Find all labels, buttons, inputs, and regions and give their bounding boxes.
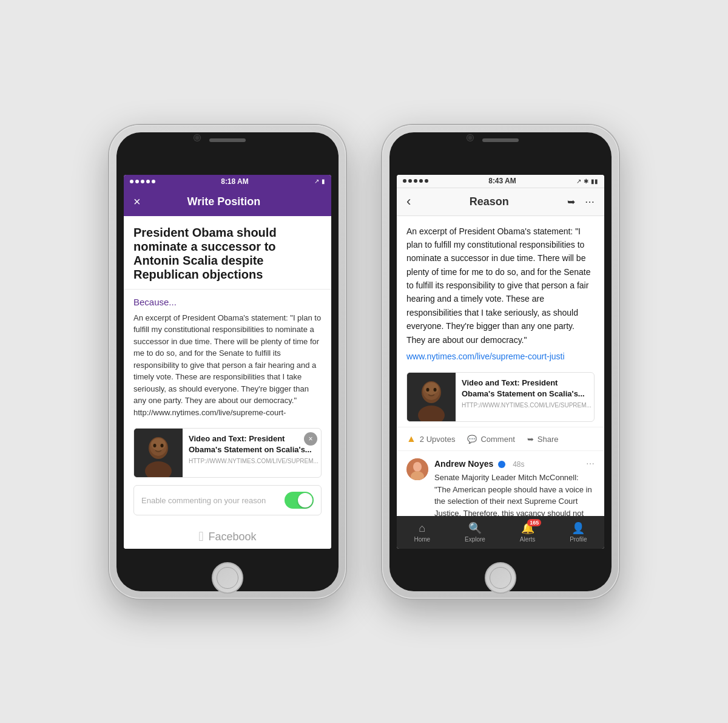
verified-badge (498, 461, 505, 468)
home-button-left[interactable] (212, 562, 243, 594)
status-bar-left: 8:18 AM ↗ ▮ (124, 175, 331, 188)
rdot4 (419, 179, 423, 183)
nav-bar-right: ‹ Reason ➥ ⋯ (397, 188, 604, 216)
close-button-left[interactable]: × (133, 195, 141, 209)
explore-icon: 🔍 (468, 521, 482, 535)
status-bar-right: 8:43 AM ↗ ✱ ▮▮ (397, 175, 604, 188)
nav-title-left: Write Position (187, 195, 261, 208)
nav-actions-right: ➥ ⋯ (567, 196, 595, 208)
back-button-right[interactable]: ‹ (406, 194, 411, 209)
share-nav-icon[interactable]: ➥ (567, 196, 575, 208)
home-button-right[interactable] (485, 562, 516, 594)
phone-camera-right (467, 135, 473, 141)
profile-label: Profile (570, 536, 587, 543)
svg-point-11 (424, 382, 439, 395)
reason-text-left: An excerpt of President Obama's statemen… (124, 310, 331, 424)
facebook-row[interactable]:  Facebook (124, 523, 331, 549)
battery-icon-left: ▮ (322, 178, 325, 185)
status-icons-left: ↗ ▮ (314, 178, 325, 185)
comment-icon: 💬 (467, 435, 477, 444)
share-item[interactable]: ➥ Share (527, 435, 559, 444)
home-icon: ⌂ (419, 522, 425, 535)
phone-camera-left (194, 135, 200, 141)
signal-dots-left (130, 180, 155, 183)
upvotes-item[interactable]: ▲ 2 Upvotes (406, 433, 455, 444)
link-card-body-right: Video and Text: President Obama's Statem… (456, 373, 595, 421)
rdot3 (414, 179, 417, 183)
alerts-badge: 165 (527, 519, 541, 526)
nav-alerts[interactable]: 🔔 165 Alerts (520, 521, 536, 543)
status-time-left: 8:18 AM (221, 177, 249, 186)
comment-toggle-switch[interactable] (285, 492, 314, 509)
share-label: Share (538, 435, 559, 444)
location-icon-right: ↗ (576, 178, 581, 185)
comment-row: Andrew Noyes 48s ⋯ Senate Majority Leade… (406, 458, 595, 515)
phone-screen-right: 8:43 AM ↗ ✱ ▮▮ ‹ Reason ➥ ⋯ An excerpt o… (389, 132, 612, 591)
dot5 (152, 180, 155, 183)
comment-section: Andrew Noyes 48s ⋯ Senate Majority Leade… (397, 451, 604, 515)
upvote-icon: ▲ (406, 433, 416, 444)
phone-speaker-left (209, 138, 246, 142)
svg-point-13 (434, 388, 437, 392)
rdot5 (425, 179, 428, 183)
comment-time: 48s (513, 460, 524, 469)
bluetooth-icon-left: ↗ (314, 178, 319, 185)
link-card-image-left (134, 429, 183, 477)
link-url-right: HTTP://WWW.NYTIMES.COM/LIVE/SUPREM... (462, 402, 592, 409)
home-button-ring-right (490, 567, 511, 589)
comment-text: Senate Majority Leader Mitch McConnell: … (434, 472, 595, 515)
nav-home[interactable]: ⌂ Home (414, 522, 430, 543)
link-card-body-left: Video and Text: President Obama's Statem… (183, 429, 322, 477)
more-nav-icon[interactable]: ⋯ (585, 196, 595, 208)
obama-image-left (134, 429, 183, 477)
rdot1 (403, 179, 406, 183)
upvotes-label: 2 Upvotes (420, 435, 456, 444)
comment-label: Comment (480, 435, 514, 444)
commenter-avatar (406, 458, 428, 480)
right-screen: 8:43 AM ↗ ✱ ▮▮ ‹ Reason ➥ ⋯ An excerpt o… (397, 175, 604, 549)
link-card-right[interactable]: Video and Text: President Obama's Statem… (406, 372, 595, 422)
nav-explore[interactable]: 🔍 Explore (465, 521, 485, 543)
home-label: Home (414, 536, 430, 543)
reason-link[interactable]: www.nytimes.com/live/supreme-court-justi (397, 351, 604, 367)
share-icon: ➥ (527, 435, 534, 444)
reason-full-text: An excerpt of President Obama's statemen… (397, 216, 604, 352)
left-screen: 8:18 AM ↗ ▮ × Write Position President O… (124, 175, 331, 549)
topic-title: President Obama should nominate a succes… (124, 216, 331, 290)
comment-item[interactable]: 💬 Comment (467, 435, 514, 444)
link-card-image-right (407, 373, 456, 421)
avatar-svg (406, 458, 428, 480)
obama-image-right (407, 373, 456, 421)
link-title-left: Video and Text: President Obama's Statem… (189, 433, 318, 455)
comment-toggle-row: Enable commenting on your reason (133, 485, 322, 515)
phone-screen-left: 8:18 AM ↗ ▮ × Write Position President O… (116, 132, 339, 591)
bottom-nav: ⌂ Home 🔍 Explore 🔔 165 Alerts 👤 Profile (397, 516, 604, 549)
right-phone: 8:43 AM ↗ ✱ ▮▮ ‹ Reason ➥ ⋯ An excerpt o… (382, 125, 619, 599)
comment-more-icon[interactable]: ⋯ (586, 459, 595, 469)
commenter-name: Andrew Noyes (434, 459, 493, 469)
signal-dots-right (403, 179, 428, 183)
dot3 (141, 180, 144, 183)
vote-bar: ▲ 2 Upvotes 💬 Comment ➥ Share (397, 427, 604, 451)
toggle-knob (298, 493, 312, 507)
facebook-label: Facebook (208, 531, 256, 543)
left-content: President Obama should nominate a succes… (124, 216, 331, 549)
dot2 (135, 180, 139, 183)
svg-point-12 (426, 388, 430, 392)
dot4 (146, 180, 150, 183)
link-url-left: HTTP://WWW.NYTIMES.COM/LIVE/SUPREM... (189, 458, 318, 464)
battery-icon-right: ▮▮ (591, 178, 598, 185)
nav-bar-left: × Write Position (124, 188, 331, 216)
alerts-label: Alerts (520, 536, 536, 543)
svg-point-5 (153, 444, 157, 447)
nav-profile[interactable]: 👤 Profile (570, 521, 587, 543)
comment-body: Andrew Noyes 48s ⋯ Senate Majority Leade… (434, 458, 595, 515)
close-link-card[interactable]: × (304, 432, 317, 446)
phone-speaker-right (482, 138, 519, 142)
rdot2 (408, 179, 412, 183)
nav-title-right: Reason (470, 195, 509, 208)
status-time-right: 8:43 AM (488, 177, 516, 185)
link-card-left[interactable]: Video and Text: President Obama's Statem… (133, 428, 322, 478)
comment-toggle-label: Enable commenting on your reason (141, 496, 266, 505)
bluetooth-icon-right: ✱ (584, 178, 588, 185)
